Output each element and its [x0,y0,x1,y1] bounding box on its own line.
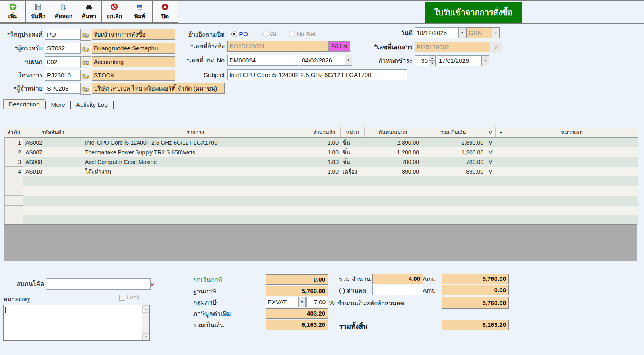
add-button[interactable]: เพิ่ม [0,1,26,23]
table-empty-row[interactable] [4,196,638,206]
project-code-input[interactable]: PJ23010 [45,70,80,81]
due-days-input[interactable]: 30 [415,55,430,66]
cell-cost[interactable]: 780.00 [365,157,421,167]
tab-description[interactable]: Description [3,99,45,109]
cell-remark[interactable] [506,147,638,157]
row-number [4,215,23,225]
remark-label: หมายเหตุ: [3,294,31,305]
cell-cost[interactable]: 1,200.00 [365,147,421,157]
cell-qty[interactable]: 1.00 [308,138,341,147]
cell-cost[interactable]: 890.00 [365,167,421,176]
cell-desc[interactable]: Thermaltake Power Supply TR2 S 650Watts [83,147,308,157]
print-button[interactable]: พิมพ์ [127,1,153,23]
col-header-v: V [485,127,496,137]
cell-desc[interactable]: Intel CPU Core i5-12400F 2.5 GHz 6C/12T … [83,138,308,147]
vendor-lookup-button[interactable] [80,83,91,95]
search-button[interactable]: ค้นหา [76,1,102,23]
cell-unit[interactable]: ชิ้น [341,147,365,157]
doc-no-label: *เลขที่เอกสาร [354,42,413,52]
cell-f-flag[interactable] [496,167,506,176]
cell-vat-flag[interactable]: V [485,157,496,167]
date-label: วันที่ [354,27,413,38]
cell-f-flag[interactable] [496,147,506,157]
toolbar-button-label: ค้นหา [82,12,96,21]
save-icon [35,2,42,12]
discount-input[interactable] [372,285,422,295]
due-date-combo[interactable]: 17/01/2026 ▼ [437,55,489,66]
row-number: 4 [4,167,23,176]
cell-qty[interactable]: 1.00 [308,147,341,157]
cell-unit[interactable]: ชิ้น [341,138,365,147]
cell-remark[interactable] [506,167,638,176]
edit-doc-no-button [491,42,502,53]
cancel-button[interactable]: ยกเลิก [101,1,127,23]
cell-remark[interactable] [506,157,638,167]
cell-f-flag[interactable] [496,138,506,147]
chevron-down-icon[interactable]: ▼ [458,28,466,38]
vat-label: ภาษีมูลค่าเพิ่ม [193,309,231,319]
table-empty-row[interactable] [4,215,638,225]
project-lookup-button[interactable] [80,70,91,81]
save-button[interactable]: บันทึก [25,1,51,23]
table-row[interactable]: 2 AS007 Thermaltake Power Supply TR2 S 6… [4,147,638,157]
cell-code[interactable]: AS010 [23,167,83,176]
cancel-icon [111,2,118,12]
remark-textarea[interactable]: ▲ ▼ [3,305,150,341]
table-empty-row[interactable] [4,206,638,215]
cell-vat-flag[interactable]: V [485,167,496,176]
table-row[interactable]: 1 AS002 Intel CPU Core i5-12400F 2.5 GHz… [4,138,638,147]
cell-desc[interactable]: Axel Computer Case Maxine [83,157,308,167]
cell-code[interactable]: AS002 [23,138,83,147]
scroll-up-icon[interactable]: ▲ [142,305,149,313]
cell-unit[interactable]: ชิ้น [341,157,365,167]
cell-vat-flag[interactable]: V [485,138,496,147]
cell-f-flag[interactable] [496,157,506,167]
subject-label: Subject [177,69,225,80]
tab-bar: Description More Activity Log [3,99,114,109]
cell-code[interactable]: AS008 [23,157,83,167]
date-combo[interactable]: 18/12/2025 ▼ [415,27,466,38]
close-button[interactable]: ปิด [152,1,178,23]
tax-rate-input[interactable]: 7.00 [306,297,328,307]
chevron-down-icon[interactable]: ▼ [298,297,305,307]
cell-amount[interactable]: 890.00 [421,167,485,176]
total-qty-label: รวม จำนวน [339,274,371,284]
cell-amount[interactable]: 1,200.00 [421,147,485,157]
amt-label: Amt. [423,274,436,284]
tab-activity-log[interactable]: Activity Log [71,100,113,109]
spin-down-icon[interactable]: ▼ [429,61,436,66]
tab-separator [70,101,71,109]
spin-up-icon[interactable]: ▲ [429,55,436,61]
cell-vat-flag[interactable]: V [485,147,496,157]
table-row[interactable]: 3 AS008 Axel Computer Case Maxine 1.00 ช… [4,157,638,167]
table-row[interactable]: 4 AS010 โต๊ะทำงาน 1.00 เครื่อง 890.00 89… [4,167,638,176]
table-empty-row[interactable] [4,176,638,186]
cell-unit[interactable]: เครื่อง [341,167,365,176]
toolbar-button-label: ปิด [161,12,169,21]
scrollbar[interactable]: ▲ ▼ [142,305,149,340]
subject-input[interactable]: Intel CPU Core i5-12400F 2.5 GHz 6C/12T … [227,69,407,80]
total-amt-field: 5,760.00 [442,274,509,284]
scroll-down-icon[interactable]: ▼ [142,333,149,340]
toolbar-button-label: เพิ่ม [8,12,17,21]
chevron-down-icon[interactable]: ▼ [481,56,489,66]
cell-desc[interactable]: โต๊ะทำงาน [83,167,308,176]
tax-group-combo[interactable]: EXVAT ▼ [266,297,306,307]
cell-remark[interactable] [506,138,638,147]
row-number [4,206,23,215]
cell-code[interactable]: AS007 [23,147,83,157]
tab-more[interactable]: More [46,100,70,109]
cell-amount[interactable]: 2,890.00 [421,138,485,147]
due-days-stepper[interactable]: ▲ ▼ [429,55,436,66]
cell-qty[interactable]: 1.00 [308,157,341,167]
vendor-code-input[interactable]: SP0203 [45,83,80,94]
clear-scan-button[interactable]: x [151,281,154,288]
cell-cost[interactable]: 2,890.00 [365,138,421,147]
scan-input[interactable] [46,278,151,290]
toolbar-button-label: พิมพ์ [134,12,145,21]
cell-qty[interactable]: 1.00 [308,167,341,176]
cell-amount[interactable]: 780.00 [421,157,485,167]
table-empty-row[interactable] [4,186,638,196]
tax-exempt-label: ยกเว้นภาษี [193,275,222,285]
copy-button[interactable]: คัดลอก [51,1,76,23]
